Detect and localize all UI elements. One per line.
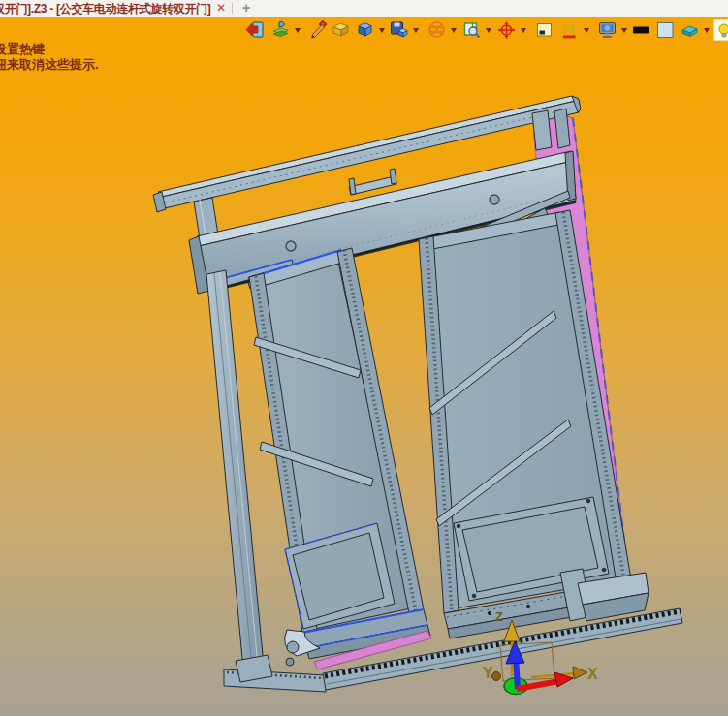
world-x-arrow [573,667,587,679]
save-icon[interactable] [389,19,410,41]
layers-icon[interactable] [680,19,701,41]
black-swatch[interactable] [631,19,652,41]
cad-model[interactable]: Y X Z [0,17,728,716]
new-tab-button[interactable]: + [238,0,254,16]
3d-viewport[interactable]: Y X Z [0,17,728,716]
exit-icon[interactable] [245,19,267,41]
bulb-icon[interactable] [713,19,728,41]
chevron-down-icon[interactable] [413,28,419,33]
view-cube-icon[interactable] [355,19,376,41]
document-tab-bar: 双开门].Z3 - [公交车电动连杆式旋转双开门] ✕ + [0,0,728,17]
open-file-icon[interactable] [331,19,352,41]
window-icon[interactable] [534,19,555,41]
model-door-right[interactable] [419,210,632,638]
chevron-down-icon[interactable] [379,28,385,33]
model-door-left[interactable] [248,248,431,669]
hint-line-2: 钮来取消这些提示. [0,57,99,73]
axis-z-label: Z [495,609,503,624]
axis-y-label: Y [483,665,493,681]
quick-toolbar [0,18,728,44]
pen-icon[interactable] [308,19,330,41]
chevron-down-icon[interactable] [621,28,627,33]
document-tab[interactable]: 双开门].Z3 - [公交车电动连杆式旋转双开门] [0,0,211,17]
zoom-view-icon[interactable] [461,19,483,41]
chevron-down-icon[interactable] [451,28,457,33]
chevron-down-icon[interactable] [486,28,491,33]
hint-text: 设置热键 钮来取消这些提示. [0,42,99,73]
hint-line-1: 设置热键 [0,42,99,57]
render-sphere-icon[interactable] [427,19,448,41]
document-tab-title: 双开门].Z3 - [公交车电动连杆式旋转双开门] [0,1,211,17]
chevron-down-icon[interactable] [704,28,710,33]
move-target-icon[interactable] [496,19,518,41]
tab-close-icon[interactable]: ✕ [214,1,228,16]
paste-icon[interactable] [270,19,292,41]
chevron-down-icon[interactable] [521,28,526,33]
hotkey-icon[interactable] [559,19,581,41]
chevron-down-icon[interactable] [584,28,589,33]
axis-x-label: X [587,666,598,682]
blue-swatch[interactable] [655,19,677,41]
chevron-down-icon[interactable] [295,28,301,33]
display-icon[interactable] [597,19,618,41]
tab-separator [232,3,233,14]
